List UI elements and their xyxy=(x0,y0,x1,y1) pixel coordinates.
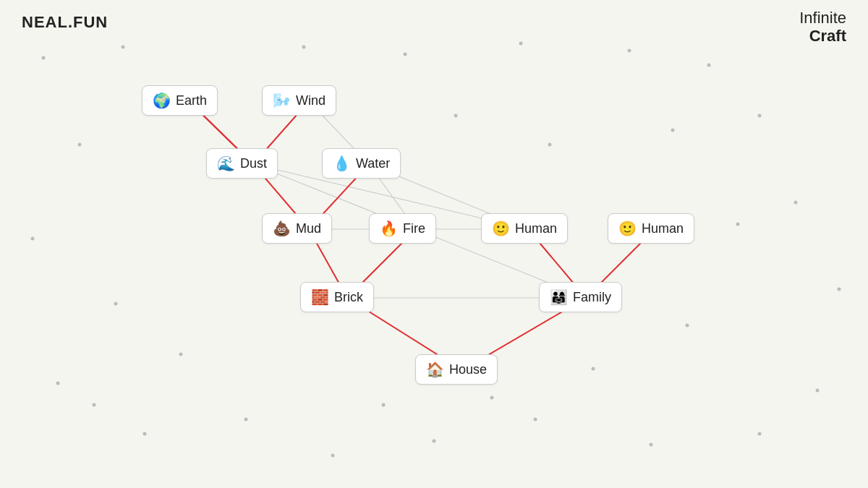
earth-emoji: 🌍 xyxy=(153,92,171,109)
svg-point-13 xyxy=(838,288,841,291)
node-mud[interactable]: 💩Mud xyxy=(262,213,332,244)
app-title: Infinite Craft xyxy=(799,9,846,46)
water-label: Water xyxy=(356,156,390,171)
svg-point-0 xyxy=(42,56,46,60)
node-human1[interactable]: 🙂Human xyxy=(481,213,568,244)
family-emoji: 👨‍👩‍👧 xyxy=(550,288,568,306)
title-line2: Craft xyxy=(799,27,846,45)
svg-point-15 xyxy=(758,114,762,118)
svg-point-30 xyxy=(179,353,183,356)
svg-point-22 xyxy=(454,114,458,118)
svg-point-4 xyxy=(56,382,60,385)
mud-emoji: 💩 xyxy=(273,220,291,237)
svg-point-19 xyxy=(404,53,407,56)
svg-point-5 xyxy=(143,432,147,436)
svg-point-10 xyxy=(650,443,653,447)
svg-point-2 xyxy=(31,237,35,241)
node-wind[interactable]: 🌬️Wind xyxy=(262,85,336,116)
water-emoji: 💧 xyxy=(333,155,351,172)
svg-point-27 xyxy=(592,367,595,371)
house-emoji: 🏠 xyxy=(426,361,444,378)
svg-point-21 xyxy=(122,46,125,49)
node-fire[interactable]: 🔥Fire xyxy=(369,213,436,244)
family-label: Family xyxy=(573,290,611,305)
node-dust[interactable]: 🌊Dust xyxy=(206,148,278,179)
svg-point-14 xyxy=(794,201,798,205)
wind-label: Wind xyxy=(296,93,326,108)
node-water[interactable]: 💧Water xyxy=(322,148,401,179)
svg-point-12 xyxy=(816,389,820,393)
svg-point-31 xyxy=(93,403,96,407)
svg-point-25 xyxy=(736,223,740,226)
node-house[interactable]: 🏠House xyxy=(415,354,498,385)
svg-point-16 xyxy=(707,64,711,67)
svg-point-11 xyxy=(758,432,762,436)
svg-point-28 xyxy=(490,396,494,400)
human1-label: Human xyxy=(515,221,557,236)
node-family[interactable]: 👨‍👩‍👧Family xyxy=(539,282,622,312)
svg-point-20 xyxy=(302,46,306,49)
svg-point-17 xyxy=(628,49,631,53)
svg-point-8 xyxy=(433,440,436,443)
wind-emoji: 🌬️ xyxy=(273,92,291,109)
svg-point-18 xyxy=(519,42,523,46)
svg-point-24 xyxy=(671,129,675,132)
svg-point-29 xyxy=(382,403,386,407)
svg-point-26 xyxy=(686,324,689,328)
connections-layer xyxy=(0,0,868,488)
svg-point-1 xyxy=(78,143,82,147)
human2-label: Human xyxy=(642,221,684,236)
house-label: House xyxy=(449,362,487,377)
earth-label: Earth xyxy=(176,93,207,108)
node-brick[interactable]: 🧱Brick xyxy=(300,282,374,312)
human1-emoji: 🙂 xyxy=(492,220,510,237)
brick-emoji: 🧱 xyxy=(311,288,329,306)
title-line1: Infinite xyxy=(799,9,846,27)
mud-label: Mud xyxy=(296,221,321,236)
fire-emoji: 🔥 xyxy=(380,220,398,237)
dust-label: Dust xyxy=(240,156,267,171)
logo: NEAL.FUN xyxy=(22,13,108,32)
svg-point-9 xyxy=(534,418,537,421)
human2-emoji: 🙂 xyxy=(618,220,637,237)
svg-point-6 xyxy=(244,418,248,421)
node-human2[interactable]: 🙂Human xyxy=(608,213,694,244)
dust-emoji: 🌊 xyxy=(217,155,235,172)
svg-point-7 xyxy=(331,454,335,458)
fire-label: Fire xyxy=(403,221,425,236)
svg-point-3 xyxy=(114,302,118,306)
brick-label: Brick xyxy=(334,290,363,305)
node-earth[interactable]: 🌍Earth xyxy=(142,85,218,116)
svg-point-23 xyxy=(548,143,552,147)
